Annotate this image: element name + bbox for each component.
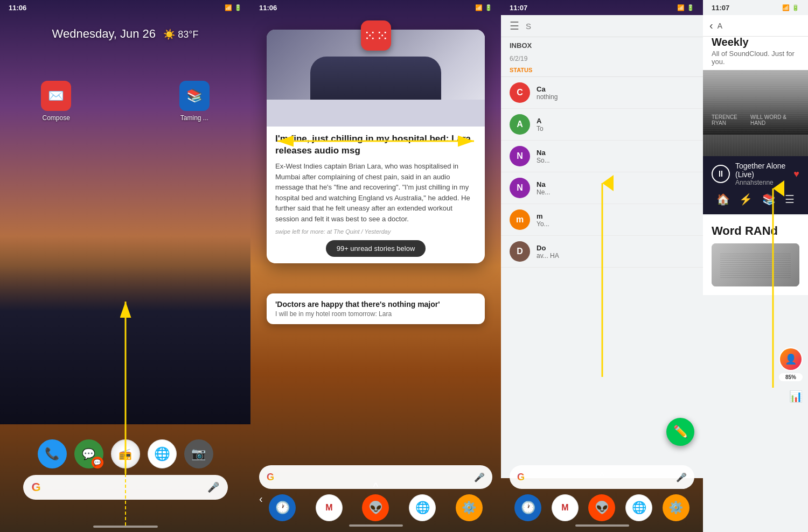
inbox-label: INBOX bbox=[501, 37, 703, 54]
email-item-5[interactable]: m m Yo... bbox=[501, 204, 703, 236]
email-item-2[interactable]: A A To bbox=[501, 109, 703, 141]
notif-title: I'm fine, just chilling in my hospital b… bbox=[267, 127, 485, 161]
home-indicator-panel1 bbox=[93, 526, 158, 528]
google-logo: G bbox=[32, 480, 41, 494]
home-indicator-panel2 bbox=[349, 524, 403, 527]
notif-source: swipe left for more: at The Quint / Yest… bbox=[267, 228, 485, 240]
dock-icons-panel1: 📞 💬 💬 📻 🌐 📷 bbox=[38, 439, 213, 468]
sc-player: ⏸ Together Alone (Live) Annahstenne ♥ 🏠 … bbox=[703, 156, 808, 214]
gmail-search-text: S bbox=[526, 22, 531, 31]
email-from-4: Na bbox=[537, 180, 694, 188]
compose-app-icon[interactable]: ✉️ Compose bbox=[41, 81, 71, 122]
unread-stories-button[interactable]: 99+ unread stories below bbox=[326, 240, 426, 257]
google-search-panel3[interactable]: G 🎤 bbox=[510, 465, 694, 489]
email-item-4[interactable]: N Na Ne... bbox=[501, 172, 703, 204]
notif2-title: 'Doctors are happy that there's nothing … bbox=[275, 300, 476, 309]
clock-icon-panel3[interactable]: 🕐 bbox=[514, 494, 541, 521]
panel-gmail-soundcloud: 11:07 📶 🔋 ☰ S INBOX 6/2/19 STATUS C Ca n… bbox=[501, 0, 703, 532]
gmail-status-tabs: STATUS bbox=[501, 64, 703, 77]
email-item-1[interactable]: C Ca nothing bbox=[501, 77, 703, 109]
reddit-icon-panel2[interactable]: 👽 bbox=[362, 494, 389, 521]
email-item-6[interactable]: D Do av... HA bbox=[501, 236, 703, 268]
date-text: Wednesday, Jun 26 ☀️ 83°F bbox=[52, 27, 199, 40]
notification-card-2[interactable]: 'Doctors are happy that there's nothing … bbox=[267, 293, 485, 324]
date-weather-widget: Wednesday, Jun 26 ☀️ 83°F bbox=[0, 27, 250, 41]
status-icons-panel3: 📶 🔋 bbox=[677, 4, 694, 11]
settings-icon-panel3[interactable]: ⚙️ bbox=[663, 494, 689, 521]
time-panel3: 11:07 bbox=[510, 4, 527, 12]
gmail-icon-panel3[interactable]: M bbox=[552, 494, 579, 521]
mic-panel3[interactable]: 🎤 bbox=[676, 472, 687, 482]
status-icons-panel4: 📶 🔋 bbox=[782, 4, 799, 11]
email-content-6: Do av... HA bbox=[537, 244, 694, 260]
email-item-3[interactable]: N Na So... bbox=[501, 141, 703, 172]
taming-app-icon[interactable]: 📚 Taming ... bbox=[179, 81, 210, 122]
gmail-card[interactable]: ☰ S INBOX 6/2/19 STATUS C Ca nothing A bbox=[501, 15, 703, 478]
back-nav-panel2[interactable]: ‹ bbox=[259, 493, 263, 505]
avatar-m: m bbox=[510, 209, 530, 230]
google-search-panel2[interactable]: G 🎤 bbox=[259, 465, 492, 489]
chart-icon-panel4[interactable]: 📊 bbox=[789, 390, 803, 403]
email-from-3: Na bbox=[537, 149, 694, 157]
chrome-icon-panel3[interactable]: 🌐 bbox=[625, 494, 652, 521]
hamburger-icon[interactable]: ☰ bbox=[510, 19, 519, 32]
email-content-4: Na Ne... bbox=[537, 180, 694, 196]
home-indicator-panel3 bbox=[575, 524, 629, 527]
chrome-dock-icon[interactable]: 🌐 bbox=[148, 439, 177, 468]
google-g-panel2: G bbox=[267, 472, 274, 483]
sc-subtitle: All of SoundCloud. Just for you. bbox=[712, 50, 799, 66]
pause-button[interactable]: ⏸ bbox=[712, 165, 730, 183]
word-rand-title: Word RANd bbox=[712, 224, 799, 238]
google-search-bar-panel1[interactable]: G 🎤 bbox=[23, 475, 228, 500]
status-icons-panel2: 📶 🔋 bbox=[475, 4, 492, 11]
email-date-label: 6/2/19 bbox=[501, 54, 703, 64]
dock-panel3: G 🎤 🕐 M 👽 🌐 ⚙️ bbox=[501, 465, 703, 527]
camera-dock-icon[interactable]: 📷 bbox=[184, 439, 213, 468]
email-from-1: Ca bbox=[537, 85, 694, 93]
folder-dock-icon[interactable]: 💬 💬 bbox=[74, 439, 103, 468]
email-subject-1: nothing bbox=[537, 93, 694, 101]
gmail-icon-panel2[interactable]: M bbox=[316, 494, 343, 521]
dice-icon-symbol: ⁙⁙ bbox=[364, 27, 388, 45]
gmail-fab[interactable]: ✏️ bbox=[666, 418, 694, 446]
flash-ctrl-icon[interactable]: ⚡ bbox=[739, 193, 753, 206]
email-subject-3: So... bbox=[537, 157, 694, 164]
notification-card-1[interactable]: I'm fine, just chilling in my hospital b… bbox=[267, 30, 485, 263]
menu-ctrl-icon[interactable]: ☰ bbox=[785, 193, 795, 206]
status-bar-panel3: 11:07 📶 🔋 bbox=[501, 0, 703, 15]
phone-dock-icon[interactable]: 📞 bbox=[38, 439, 67, 468]
mic-panel2[interactable]: 🎤 bbox=[474, 472, 485, 482]
home-ctrl-icon[interactable]: 🏠 bbox=[716, 193, 730, 206]
settings-icon-panel2[interactable]: ⚙️ bbox=[456, 494, 483, 521]
dock-panel2: G 🎤 🕐 M 👽 🌐 ⚙️ bbox=[250, 465, 501, 527]
status-bar-panel2: 11:06 📶 🔋 bbox=[250, 0, 501, 15]
back-button-panel4[interactable]: ‹ bbox=[709, 19, 713, 32]
status-tab: STATUS bbox=[510, 64, 532, 76]
library-ctrl-icon[interactable]: 📚 bbox=[762, 193, 776, 206]
taming-label: Taming ... bbox=[180, 114, 208, 122]
mic-icon[interactable]: 🎤 bbox=[207, 481, 219, 493]
sc-player-controls: 🏠 ⚡ 📚 ☰ bbox=[712, 190, 799, 209]
status-bar-panel1: 11:06 📶 🔋 bbox=[0, 0, 250, 15]
dock-row-panel2: 🕐 M 👽 🌐 ⚙️ bbox=[250, 494, 501, 521]
clock-icon-panel2[interactable]: 🕐 bbox=[269, 494, 296, 521]
dock-area-panel1: 📞 💬 💬 📻 🌐 📷 G 🎤 bbox=[0, 439, 250, 500]
chrome2-icon-panel2[interactable]: 🌐 bbox=[409, 494, 436, 521]
taming-icon[interactable]: 📚 bbox=[179, 81, 210, 111]
time-panel1: 11:06 bbox=[9, 4, 26, 12]
avatar-circle: 👤 bbox=[779, 347, 803, 371]
email-content-3: Na So... bbox=[537, 149, 694, 164]
reddit-icon-panel3[interactable]: 👽 bbox=[588, 494, 615, 521]
heart-button[interactable]: ♥ bbox=[793, 169, 799, 180]
email-subject-2: To bbox=[537, 125, 694, 132]
wobbly-dock-icon[interactable]: 📻 bbox=[111, 439, 140, 468]
soundcloud-card[interactable]: SoundCloud Weekly All of SoundCloud. Jus… bbox=[703, 15, 808, 171]
avatar-n2: N bbox=[510, 178, 530, 198]
panel4-avatar: 👤 85% bbox=[779, 347, 803, 381]
compose-icon[interactable]: ✉️ bbox=[41, 81, 71, 111]
dice-app-icon[interactable]: ⁙⁙ bbox=[361, 20, 391, 51]
percentage-badge: 85% bbox=[779, 373, 803, 381]
email-list: C Ca nothing A A To N Na So... bbox=[501, 77, 703, 268]
sc-album-text: TERENCE RYAN WILL WORD & HAND bbox=[712, 114, 799, 126]
time-panel4: 11:07 bbox=[712, 4, 729, 12]
